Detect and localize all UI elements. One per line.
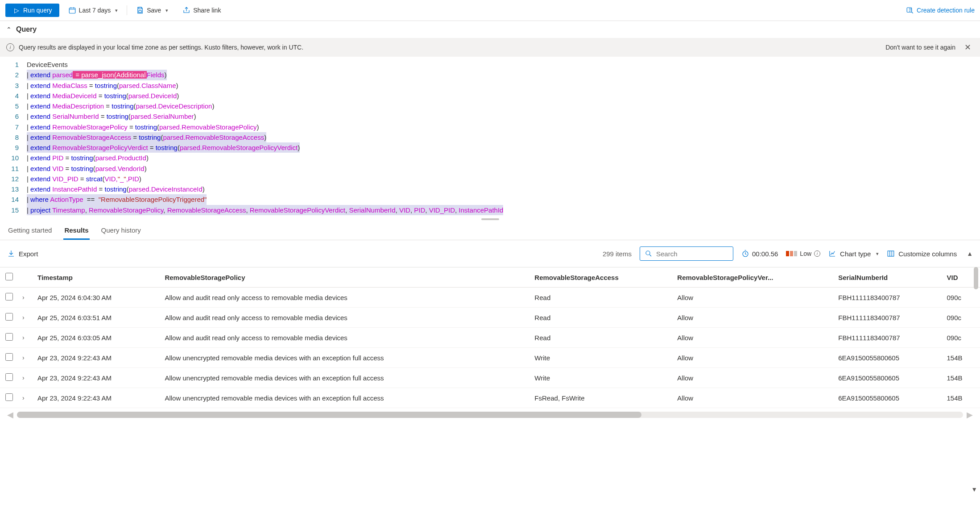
- run-query-button[interactable]: ▷ Run query: [5, 4, 59, 17]
- cell-serial: 6EA9150055800605: [834, 368, 942, 388]
- results-tabs: Getting started Results Query history: [0, 221, 980, 240]
- perf-label: Low: [800, 250, 811, 257]
- info-icon[interactable]: i: [814, 250, 820, 257]
- cell-access: Write: [530, 368, 673, 388]
- table-row[interactable]: ›Apr 23, 2024 9:22:43 AMAllow unencrypte…: [0, 388, 980, 408]
- svg-rect-0: [69, 8, 75, 13]
- time-range-dropdown[interactable]: Last 7 days ▾: [63, 4, 124, 17]
- search-input[interactable]: [656, 250, 728, 258]
- table-row[interactable]: ›Apr 23, 2024 9:22:43 AMAllow unencrypte…: [0, 368, 980, 388]
- tab-results[interactable]: Results: [63, 221, 89, 240]
- dismiss-link[interactable]: Don't want to see it again: [885, 44, 955, 51]
- expand-row-icon[interactable]: ›: [18, 308, 33, 328]
- stopwatch-icon: [741, 250, 749, 258]
- cell-access: FsRead, FsWrite: [530, 388, 673, 408]
- query-editor[interactable]: 1DeviceEvents2| extend parsed = parse_js…: [0, 57, 980, 217]
- cell-verdict: Allow: [673, 348, 834, 368]
- save-label: Save: [147, 7, 161, 14]
- cell-access: Write: [530, 348, 673, 368]
- expand-row-icon[interactable]: ›: [18, 368, 33, 388]
- chart-icon: [828, 250, 836, 258]
- scroll-track[interactable]: [17, 412, 963, 418]
- top-toolbar: ▷ Run query Last 7 days ▾ Save ▾ Share l…: [0, 0, 980, 21]
- expand-row-icon[interactable]: ›: [18, 288, 33, 308]
- cell-verdict: Allow: [673, 368, 834, 388]
- cell-vid: 090c: [942, 328, 980, 348]
- download-icon: [7, 250, 15, 258]
- scroll-left-icon[interactable]: ◀: [7, 410, 13, 420]
- col-access[interactable]: RemovableStorageAccess: [530, 267, 673, 288]
- expand-row-icon[interactable]: ›: [18, 388, 33, 408]
- cell-timestamp: Apr 25, 2024 6:03:51 AM: [33, 308, 160, 328]
- collapse-toggle[interactable]: ⌃: [6, 26, 12, 33]
- cell-policy: Allow unencrypted removable media device…: [160, 368, 530, 388]
- drag-bar-icon: [481, 218, 499, 220]
- chevron-down-icon: ▾: [876, 251, 879, 257]
- svg-rect-2: [139, 11, 141, 13]
- cell-serial: 6EA9150055800605: [834, 388, 942, 408]
- cell-policy: Allow and audit read only access to remo…: [160, 328, 530, 348]
- col-serial[interactable]: SerialNumberId: [834, 267, 942, 288]
- row-checkbox[interactable]: [5, 333, 13, 341]
- timer-value: 00:00.56: [752, 250, 778, 258]
- tab-getting-started[interactable]: Getting started: [7, 221, 53, 240]
- row-checkbox[interactable]: [5, 353, 13, 361]
- results-toolbar: Export 299 items 00:00.56 Low i Chart ty…: [0, 240, 980, 267]
- svg-rect-6: [888, 251, 894, 256]
- scroll-thumb[interactable]: [17, 412, 641, 418]
- create-detection-rule-button[interactable]: Create detection rule: [906, 6, 975, 14]
- cell-verdict: Allow: [673, 388, 834, 408]
- share-icon: [182, 6, 190, 14]
- share-link-button[interactable]: Share link: [177, 4, 226, 17]
- save-dropdown[interactable]: Save ▾: [131, 4, 174, 17]
- close-icon[interactable]: ✕: [962, 42, 974, 52]
- results-table-wrap: Timestamp RemovableStoragePolicy Removab…: [0, 267, 980, 413]
- cell-timestamp: Apr 23, 2024 9:22:43 AM: [33, 388, 160, 408]
- tab-query-history[interactable]: Query history: [100, 221, 142, 240]
- row-checkbox[interactable]: [5, 293, 13, 300]
- results-table: Timestamp RemovableStoragePolicy Removab…: [0, 267, 980, 408]
- timerange-label: Last 7 days: [79, 7, 111, 14]
- chevron-down-icon: ▾: [165, 8, 168, 13]
- expand-row-icon[interactable]: ›: [18, 348, 33, 368]
- performance-indicator: Low i: [786, 250, 820, 257]
- cell-verdict: Allow: [673, 308, 834, 328]
- row-checkbox[interactable]: [5, 393, 13, 401]
- banner-text: Query results are displayed in your loca…: [19, 44, 303, 51]
- perf-bars-icon: [786, 251, 797, 256]
- chart-type-dropdown[interactable]: Chart type ▾: [828, 250, 879, 258]
- table-row[interactable]: ›Apr 23, 2024 9:22:43 AMAllow unencrypte…: [0, 348, 980, 368]
- cell-access: Read: [530, 328, 673, 348]
- cell-access: Read: [530, 308, 673, 328]
- cell-timestamp: Apr 23, 2024 9:22:43 AM: [33, 368, 160, 388]
- cell-serial: FBH1111183400787: [834, 308, 942, 328]
- caret-up-icon[interactable]: ▲: [967, 250, 973, 257]
- table-row[interactable]: ›Apr 25, 2024 6:04:30 AMAllow and audit …: [0, 288, 980, 308]
- splitter-handle[interactable]: [0, 217, 980, 221]
- cell-vid: 154B: [942, 388, 980, 408]
- col-policy[interactable]: RemovableStoragePolicy: [160, 267, 530, 288]
- row-checkbox[interactable]: [5, 313, 13, 321]
- cell-vid: 090c: [942, 308, 980, 328]
- cell-vid: 154B: [942, 368, 980, 388]
- col-verdict[interactable]: RemovableStoragePolicyVer...: [673, 267, 834, 288]
- cell-timestamp: Apr 25, 2024 6:04:30 AM: [33, 288, 160, 308]
- save-icon: [136, 6, 144, 14]
- scroll-right-icon[interactable]: ▶: [967, 410, 973, 420]
- export-button[interactable]: Export: [7, 250, 38, 258]
- select-all-checkbox[interactable]: [5, 273, 13, 280]
- run-label: Run query: [23, 7, 52, 14]
- query-label: Query: [16, 25, 37, 33]
- row-checkbox[interactable]: [5, 373, 13, 381]
- table-row[interactable]: ›Apr 25, 2024 6:03:05 AMAllow and audit …: [0, 328, 980, 348]
- horizontal-scrollbar[interactable]: ◀ ▶: [0, 413, 980, 421]
- columns-icon: [887, 250, 895, 258]
- customize-columns-button[interactable]: Customize columns: [887, 250, 957, 258]
- expand-row-icon[interactable]: ›: [18, 328, 33, 348]
- vertical-scrollbar[interactable]: [974, 267, 978, 289]
- col-timestamp[interactable]: Timestamp: [33, 267, 160, 288]
- search-box[interactable]: [640, 246, 733, 261]
- cell-serial: 6EA9150055800605: [834, 348, 942, 368]
- table-row[interactable]: ›Apr 25, 2024 6:03:51 AMAllow and audit …: [0, 308, 980, 328]
- detection-rule-icon: [906, 6, 914, 14]
